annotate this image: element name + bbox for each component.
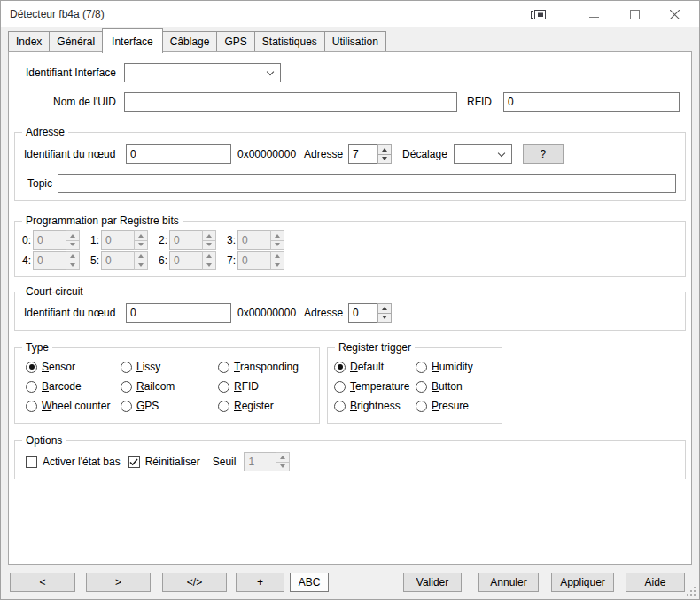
arrow-down-icon <box>138 263 144 267</box>
window-title: Détecteur fb4a (7/8) <box>10 8 105 20</box>
tab-index[interactable]: Index <box>8 31 50 51</box>
radio-register[interactable]: Register <box>218 396 310 416</box>
chevron-down-icon <box>498 150 505 157</box>
radio-rfid[interactable]: RFID <box>218 377 310 396</box>
adresse-label: Adresse <box>304 148 343 160</box>
minimize-button[interactable] <box>579 1 609 27</box>
adresse-group-title: Adresse <box>22 126 68 139</box>
spin-down-button <box>66 261 80 271</box>
help-button[interactable]: ? <box>523 144 564 164</box>
radio-icon <box>121 401 132 412</box>
bit1-label: 1: <box>89 234 99 246</box>
spin-down-button[interactable] <box>377 154 392 165</box>
bit0-value: 0 <box>33 230 66 250</box>
tab-interface[interactable]: Interface <box>102 28 163 53</box>
radio-icon <box>121 362 132 373</box>
interface-id-combobox[interactable] <box>124 63 281 82</box>
spin-down-button[interactable] <box>377 313 392 323</box>
tab-utilisation[interactable]: Utilisation <box>324 31 386 51</box>
register-trigger-group: Register trigger Default Temperature Bri… <box>327 347 502 424</box>
node-id-input[interactable] <box>126 144 231 164</box>
node-id-label: Identifiant du nœud <box>24 148 121 160</box>
tab-statistiques[interactable]: Statistiques <box>254 31 325 51</box>
bit0-label: 0: <box>20 234 31 246</box>
arrow-up-icon <box>275 254 280 258</box>
radio-default[interactable]: Default <box>334 357 416 377</box>
topic-input[interactable] <box>58 174 676 193</box>
cc-node-id-hex: 0x00000000 <box>237 307 296 319</box>
bit5-value: 0 <box>101 251 134 270</box>
bit6-spinbox: 0 <box>169 251 216 270</box>
radio-icon <box>121 381 132 393</box>
bit0-spinbox: 0 <box>33 230 80 250</box>
checkbox-icon <box>26 456 37 468</box>
bit1-spinbox: 0 <box>101 230 148 250</box>
bit6-value: 0 <box>169 251 202 270</box>
maximize-button[interactable] <box>619 1 649 27</box>
valider-button[interactable]: Valider <box>403 573 462 592</box>
tab-general[interactable]: Général <box>49 31 103 51</box>
arrow-down-icon <box>275 263 280 267</box>
radio-presure[interactable]: Presure <box>416 396 494 416</box>
checkbox-activer-etat-bas[interactable]: Activer l'état bas <box>26 452 121 471</box>
uid-name-input[interactable] <box>124 92 457 112</box>
radio-temperature[interactable]: Temperature <box>334 377 416 396</box>
radio-barcode[interactable]: Barcode <box>26 377 121 396</box>
previous-button[interactable]: < <box>10 573 75 592</box>
radio-humidity[interactable]: Humidity <box>416 357 494 377</box>
code-button[interactable]: </> <box>162 573 227 592</box>
tab-gps[interactable]: GPS <box>216 31 254 51</box>
rfid-label: RFID <box>467 96 492 108</box>
aide-button[interactable]: Aide <box>626 573 685 592</box>
cc-node-id-label: Identifiant du nœud <box>24 307 121 319</box>
bit2-label: 2: <box>157 234 167 246</box>
radio-gps[interactable]: GPS <box>121 396 218 416</box>
radio-transponding[interactable]: Transponding <box>218 357 310 377</box>
radio-button[interactable]: Button <box>416 377 494 396</box>
next-button[interactable]: > <box>86 573 151 592</box>
bit2-value: 0 <box>169 230 202 250</box>
radio-icon <box>218 381 229 393</box>
type-group-title: Type <box>22 341 52 355</box>
tab-bar: Index Général Interface Câblage GPS Stat… <box>8 28 385 51</box>
radio-icon <box>218 362 229 373</box>
radio-brightness[interactable]: Brightness <box>334 396 416 416</box>
radio-icon <box>334 401 346 412</box>
adresse-spinbox[interactable]: 7 <box>348 144 392 164</box>
tab-cablage[interactable]: Câblage <box>162 31 218 51</box>
radio-lissy[interactable]: Lissy <box>121 357 218 377</box>
radio-icon <box>334 362 346 373</box>
checkbox-reinitialiser[interactable]: Réinitialiser <box>128 452 200 471</box>
options-group: Options Activer l'état bas Réinitialiser… <box>14 440 686 479</box>
seuil-label: Seuil <box>213 456 237 468</box>
titlebar: Détecteur fb4a (7/8) <box>1 1 699 27</box>
arrow-down-icon <box>382 316 387 319</box>
registre-group-title: Programmation par Registre bits <box>22 214 183 228</box>
spin-down-button <box>276 462 290 472</box>
arrow-up-icon <box>138 254 144 258</box>
arrow-down-icon <box>382 157 387 160</box>
detector-dialog-window: Détecteur fb4a (7/8) Index Général Inter… <box>0 0 700 600</box>
bit1-value: 0 <box>101 230 134 250</box>
radio-sensor[interactable]: Sensor <box>26 357 121 377</box>
radio-wheel-counter[interactable]: Wheel counter <box>26 396 121 416</box>
resize-grip[interactable] <box>687 587 696 596</box>
radio-railcom[interactable]: Railcom <box>121 377 218 396</box>
rfid-input[interactable] <box>503 92 680 112</box>
decalage-combobox[interactable] <box>454 144 512 164</box>
uid-name-label: Nom de l'UID <box>14 96 116 108</box>
cc-node-id-input[interactable] <box>126 303 231 323</box>
abc-button[interactable]: ABC <box>290 573 329 592</box>
arrow-down-icon <box>206 263 212 267</box>
annuler-button[interactable]: Annuler <box>478 573 539 592</box>
spin-down-button <box>202 240 216 251</box>
adresse-spin-value: 7 <box>348 144 377 164</box>
cc-adresse-spinbox[interactable]: 0 <box>348 303 392 323</box>
bit2-spinbox: 0 <box>169 230 216 250</box>
appliquer-button[interactable]: Appliquer <box>551 573 614 592</box>
spin-down-button <box>66 240 80 251</box>
add-button[interactable]: + <box>236 573 284 592</box>
close-button[interactable] <box>659 1 689 27</box>
arrow-up-icon <box>206 234 212 238</box>
cc-adresse-label: Adresse <box>304 307 343 319</box>
